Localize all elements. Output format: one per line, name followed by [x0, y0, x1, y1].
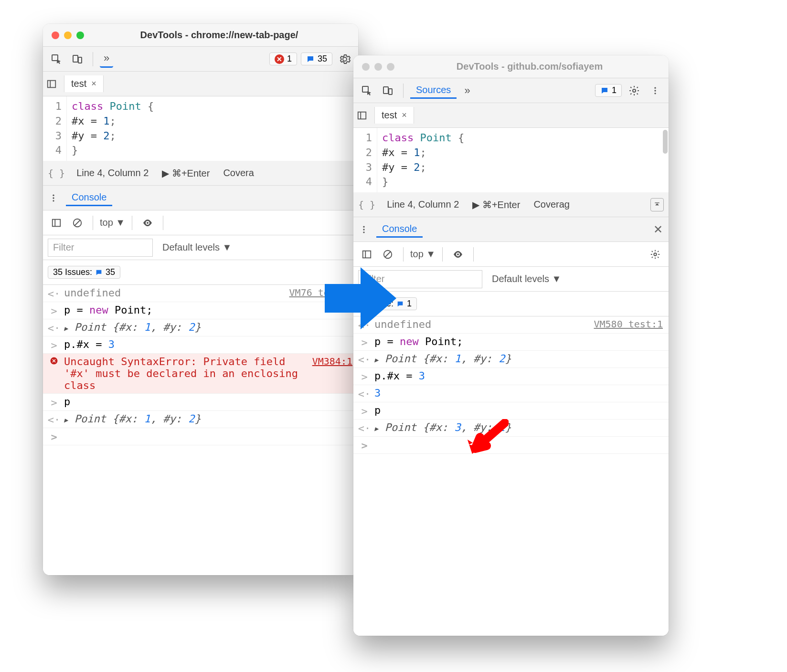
svg-point-16	[654, 90, 656, 91]
panel-tab-sources[interactable]: Sources	[410, 83, 457, 99]
coverage-button[interactable]: Coverag	[533, 199, 570, 210]
svg-point-22	[363, 231, 364, 233]
coverage-button[interactable]: Covera	[223, 168, 254, 178]
main-toolbar: Sources » 1	[353, 78, 669, 103]
separator	[93, 216, 93, 230]
drawer-tab-console[interactable]: Console	[66, 190, 112, 206]
filter-input[interactable]: Filter	[48, 239, 153, 257]
expand-drawer-icon[interactable]	[650, 198, 664, 211]
editor-tab-test[interactable]: test ×	[64, 75, 104, 92]
console-input-line: > p = new Point;	[353, 334, 669, 351]
svg-point-4	[53, 194, 54, 196]
editor-tab-test[interactable]: test ×	[374, 107, 414, 124]
drawer-tab-console[interactable]: Console	[376, 221, 423, 238]
minimize-window-dot[interactable]	[374, 63, 382, 71]
log-levels-selector[interactable]: Default levels ▼	[162, 242, 232, 253]
svg-point-5	[53, 197, 54, 199]
svg-rect-1	[73, 55, 78, 62]
svg-rect-18	[358, 112, 366, 119]
code-content[interactable]: class Point { #x = 1; #y = 2; }	[377, 128, 469, 192]
separator	[403, 247, 404, 262]
minimize-window-dot[interactable]	[64, 32, 72, 39]
run-snippet-button[interactable]: ▶ ⌘+Enter	[472, 199, 520, 210]
svg-point-25	[457, 253, 459, 255]
close-window-dot[interactable]	[52, 32, 59, 39]
console-log[interactable]: <· undefined VM76 test:1 > p = new Point…	[43, 285, 358, 575]
titlebar[interactable]: DevTools - github.com/sofiayem	[353, 55, 669, 78]
tab-close-icon[interactable]: ×	[91, 79, 96, 89]
console-prompt[interactable]: >	[353, 437, 669, 454]
sources-nav-toggle-icon[interactable]	[353, 107, 371, 124]
separator	[403, 84, 404, 98]
main-toolbar: » ✕ 1 35	[43, 47, 358, 72]
svg-point-6	[53, 200, 54, 201]
console-settings-gear-icon[interactable]	[647, 246, 664, 263]
settings-gear-icon[interactable]	[626, 82, 643, 99]
vertical-scrollbar[interactable]	[663, 130, 668, 154]
svg-rect-12	[383, 87, 388, 94]
device-toggle-icon[interactable]	[379, 82, 396, 99]
console-output-line: <· ▶ Point {#x: 3, #y: 2}	[353, 420, 669, 437]
messages-badge[interactable]: 1	[595, 84, 622, 97]
console-toolbar: top ▼	[353, 242, 669, 267]
messages-count: 1	[612, 85, 617, 95]
separator	[132, 216, 132, 230]
pretty-print-button[interactable]: { }	[358, 199, 375, 210]
console-filter-row: Filter Default levels ▼	[43, 235, 358, 260]
message-icon	[600, 86, 609, 95]
code-editor[interactable]: 1 2 3 4 class Point { #x = 1; #y = 2; }	[43, 96, 358, 161]
source-link[interactable]: VM580 test:1	[594, 318, 663, 330]
line-gutter: 1 2 3 4	[43, 96, 67, 161]
clear-console-icon[interactable]	[379, 246, 396, 263]
console-prompt[interactable]: >	[43, 428, 358, 445]
drawer-menu-icon[interactable]	[355, 221, 372, 238]
traffic-lights[interactable]	[52, 32, 84, 39]
drawer-menu-icon[interactable]	[45, 189, 62, 207]
devtools-window-right: DevTools - github.com/sofiayem Sources »…	[353, 55, 669, 636]
code-content[interactable]: class Point { #x = 1; #y = 2; }	[67, 96, 159, 161]
close-window-dot[interactable]	[362, 63, 370, 71]
context-selector[interactable]: top ▼	[410, 249, 436, 260]
tabs-expand-button[interactable]: »	[460, 82, 474, 99]
maximize-window-dot[interactable]	[76, 32, 84, 39]
live-expression-icon[interactable]	[139, 214, 156, 231]
console-sidebar-toggle-icon[interactable]	[358, 246, 375, 263]
issues-row: 1 Issue: 1	[353, 292, 669, 316]
sources-nav-toggle-icon[interactable]	[43, 75, 60, 93]
inspect-element-icon[interactable]	[48, 51, 65, 68]
pretty-print-button[interactable]: { }	[48, 168, 65, 179]
code-editor[interactable]: 1 2 3 4 class Point { #x = 1; #y = 2; }	[353, 128, 669, 192]
tabs-expand-button[interactable]: »	[100, 51, 113, 68]
titlebar[interactable]: DevTools - chrome://new-tab-page/	[43, 24, 358, 47]
run-snippet-button[interactable]: ▶ ⌘+Enter	[162, 168, 210, 179]
errors-badge[interactable]: ✕ 1	[269, 52, 297, 65]
live-expression-icon[interactable]	[449, 246, 467, 263]
message-icon	[95, 269, 103, 276]
tab-close-icon[interactable]: ×	[402, 110, 407, 120]
console-sidebar-toggle-icon[interactable]	[48, 214, 65, 231]
clear-console-icon[interactable]	[69, 214, 86, 231]
settings-gear-icon[interactable]	[336, 51, 353, 68]
message-icon	[396, 300, 404, 308]
log-levels-selector[interactable]: Default levels ▼	[492, 273, 561, 284]
editor-tabs-row: test ×	[353, 103, 669, 128]
issues-pill[interactable]: 35 Issues: 35	[48, 266, 120, 279]
messages-count: 35	[318, 54, 327, 64]
maximize-window-dot[interactable]	[387, 63, 394, 71]
close-drawer-icon[interactable]: ✕	[649, 221, 667, 238]
drawer-tabs: Console ✕	[353, 217, 669, 242]
context-selector[interactable]: top ▼	[100, 217, 125, 228]
messages-badge[interactable]: 35	[301, 52, 332, 65]
console-output-line: <· 3	[353, 385, 669, 402]
console-filter-row: Filter Default levels ▼	[353, 267, 669, 292]
console-log[interactable]: <· undefined VM580 test:1 > p = new Poin…	[353, 316, 669, 636]
more-menu-icon[interactable]	[647, 82, 664, 99]
traffic-lights[interactable]	[362, 63, 394, 71]
annotation-arrow-icon	[466, 419, 509, 457]
editor-tabs-row: test ×	[43, 72, 358, 96]
issues-row: 35 Issues: 35	[43, 260, 358, 285]
device-toggle-icon[interactable]	[69, 51, 86, 68]
source-link[interactable]: VM384:1	[312, 356, 352, 367]
inspect-element-icon[interactable]	[358, 82, 375, 99]
message-icon	[306, 55, 315, 63]
